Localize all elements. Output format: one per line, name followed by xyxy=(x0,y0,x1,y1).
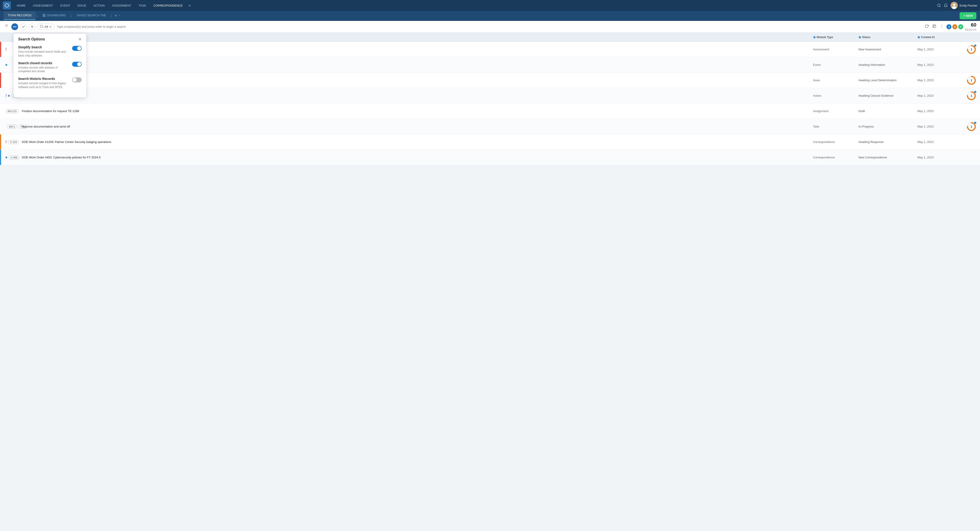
table-row[interactable]: !C-123 DOE Work Order #1209: Palmer Cent… xyxy=(0,134,980,150)
add-tab-button[interactable]: + xyxy=(113,12,123,19)
table-row[interactable]: !A-123 Preventative measures for DOE Cor… xyxy=(0,88,980,104)
svg-rect-5 xyxy=(43,14,44,15)
nav-more-button[interactable]: » xyxy=(187,2,192,9)
dot-badge xyxy=(974,122,976,124)
user-menu[interactable]: Emily Fischer xyxy=(950,2,977,9)
id-chip: C-456 xyxy=(9,155,19,159)
option-simplify-desc: Only include standard search fields and … xyxy=(18,50,69,57)
table-row[interactable]: ! ructural damage at Assessment New Asse… xyxy=(0,42,980,57)
option-search-closed: Search closed records Includes records w… xyxy=(18,61,82,73)
scope-label: All xyxy=(45,25,48,29)
search-icon[interactable] xyxy=(937,3,941,8)
nav-item-assessment[interactable]: ASSESSMENT xyxy=(30,3,56,9)
svg-rect-6 xyxy=(45,14,45,15)
row-date: May 1, 2023 xyxy=(917,156,963,159)
toggle-search-closed[interactable] xyxy=(72,62,82,67)
col-header-created[interactable]: ⊕ Created At xyxy=(917,35,963,39)
tab-saved-search[interactable]: SAVED SEARCH TAB xyxy=(73,11,110,20)
view-check-button[interactable] xyxy=(20,23,27,30)
new-button[interactable]: + NEW xyxy=(959,12,976,19)
svg-rect-17 xyxy=(933,25,936,28)
table-row[interactable]: C-456 DOE Work Order #453: Cybersecurity… xyxy=(0,150,980,165)
row-meta: !C-123 xyxy=(4,140,22,144)
row-module: Task xyxy=(813,125,858,128)
row-title: DOE Work Order #453: Cybersecurity polic… xyxy=(22,156,813,159)
results-count: 60 RESULTS xyxy=(965,22,976,31)
table-row[interactable]: are documentation for Issue Awaiting Lev… xyxy=(0,73,980,88)
row-indicator xyxy=(0,42,1,57)
toggle-search-historic[interactable] xyxy=(72,77,82,82)
row-date: May 1, 2023 xyxy=(917,63,963,67)
search-input[interactable] xyxy=(57,25,922,29)
avatar xyxy=(950,2,958,9)
row-module: Issue xyxy=(813,78,858,82)
toggle-simplify-search[interactable] xyxy=(72,46,82,51)
svg-point-20 xyxy=(942,27,942,27)
nav-item-issue[interactable]: ISSUE xyxy=(74,3,89,9)
table-header: ⊕ Module Type ⊕ Status ⊕ Created At xyxy=(0,33,980,42)
row-meta: ASI-123 xyxy=(4,109,22,113)
sub-nav: TITAN RECORDS | DASHBOARD | SAVED SEARCH… xyxy=(0,11,980,21)
donut-label: 1 xyxy=(971,79,972,82)
tab-titan-records[interactable]: TITAN RECORDS xyxy=(4,11,36,20)
toolbar-right: 4 2 0 60 RESULTS xyxy=(924,22,976,31)
col-add-module: ⊕ xyxy=(813,35,816,39)
row-status: Awaiting Information xyxy=(858,63,917,67)
row-actions: 1 xyxy=(963,45,976,54)
view-close-button[interactable] xyxy=(29,23,35,30)
row-date: May 1, 2023 xyxy=(917,125,963,128)
svg-point-4 xyxy=(952,6,956,9)
badge-orange: 2 xyxy=(952,24,957,29)
col-header-module[interactable]: ⊕ Module Type xyxy=(813,35,858,39)
nav-item-assignment[interactable]: ASSIGNMENT xyxy=(109,3,135,9)
scope-selector[interactable]: All ✕ xyxy=(37,24,55,30)
filter-button[interactable] xyxy=(4,23,10,30)
popup-close-button[interactable]: ✕ xyxy=(78,37,82,41)
row-date: May 1, 2023 xyxy=(917,48,963,51)
tab-dashboard[interactable]: DASHBOARD xyxy=(38,11,70,20)
more-options-button[interactable] xyxy=(939,23,945,30)
dot-indicator xyxy=(8,95,10,97)
row-indicator xyxy=(0,88,1,103)
nav-item-event[interactable]: EVENT xyxy=(57,3,73,9)
svg-point-0 xyxy=(937,4,940,6)
view-all-button[interactable] xyxy=(11,23,18,30)
export-button[interactable] xyxy=(931,23,937,30)
svg-point-14 xyxy=(16,26,16,27)
table-row[interactable]: ASI-1T-1 Approve documentation and send … xyxy=(0,119,980,134)
option-search-historic: Search Historic Records Includes records… xyxy=(18,77,82,89)
nav-item-action[interactable]: ACTION xyxy=(90,3,108,9)
table-row[interactable]: lmer Center Materials Event Awaiting Inf… xyxy=(0,57,980,73)
svg-point-13 xyxy=(13,26,14,27)
svg-rect-8 xyxy=(43,16,44,17)
search-options-popup: Search Options ✕ Simplify Search Only in… xyxy=(14,33,86,97)
col-add-created: ⊕ xyxy=(917,35,920,39)
row-date: May 1, 2023 xyxy=(917,78,963,82)
app-logo[interactable] xyxy=(3,2,11,10)
progress-donut: 1 xyxy=(966,45,976,54)
dot-indicator xyxy=(5,64,7,66)
row-title: are documentation for xyxy=(22,78,813,82)
popup-header: Search Options ✕ xyxy=(18,37,82,41)
notification-icon[interactable] xyxy=(944,3,948,8)
nav-item-task[interactable]: TASK xyxy=(135,3,149,9)
row-indicator xyxy=(0,57,1,72)
option-simplify-search: Simplify Search Only include standard se… xyxy=(18,45,82,57)
priority-icon: ! xyxy=(5,94,6,98)
row-status: In-Progress xyxy=(858,125,917,128)
row-title: ructural damage at xyxy=(22,48,813,51)
nav-item-home[interactable]: HOME xyxy=(14,3,29,9)
row-module: Correspondence xyxy=(813,140,858,144)
row-date: May 1, 2023 xyxy=(917,109,963,113)
row-module: Correspondence xyxy=(813,156,858,159)
col-header-status[interactable]: ⊕ Status xyxy=(858,35,917,39)
progress-donut: 1 xyxy=(966,91,976,101)
refresh-button[interactable] xyxy=(924,23,930,30)
dot-indicator xyxy=(5,156,7,158)
option-closed-label: Search closed records xyxy=(18,61,69,65)
scope-clear-button[interactable]: ✕ xyxy=(49,25,52,29)
search-input-wrap xyxy=(57,25,922,29)
table-row[interactable]: ASI-123 Finalize documentation for reque… xyxy=(0,104,980,119)
option-closed-desc: Includes records with statuses of comple… xyxy=(18,66,69,73)
nav-item-correspondence[interactable]: CORRESPONDENCE xyxy=(150,3,186,9)
